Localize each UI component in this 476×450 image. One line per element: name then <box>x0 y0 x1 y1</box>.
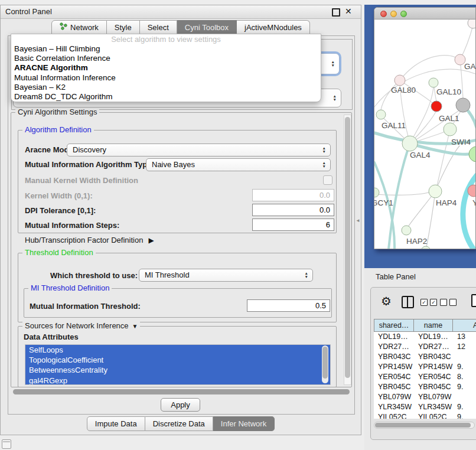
data-attributes-list[interactable]: SelfLoopsTopologicalCoefficientBetweenne… <box>25 344 331 385</box>
table-row[interactable]: YBL079WYBL079W <box>374 392 476 402</box>
splitter-collapse-icon[interactable]: ◄ <box>356 218 360 223</box>
cell: YIL052C <box>414 412 453 419</box>
select-all-checkboxes-icon[interactable]: ✓✓ <box>420 299 437 306</box>
cell: YBR043C <box>374 352 414 362</box>
column-header-a[interactable]: A <box>453 319 476 332</box>
minimized-panel-icon[interactable] <box>2 439 11 449</box>
algorithm-option-bayesian-hill-climbing[interactable]: Bayesian – Hill Climbing <box>11 44 321 54</box>
node-label: GAL10 <box>436 87 461 96</box>
kernel-width-label: Kernel Width (0,1): <box>25 191 93 200</box>
network-window-titlebar[interactable] <box>374 8 475 19</box>
network-node[interactable] <box>421 246 431 249</box>
dpi-tolerance-label: DPI Tolerance [0,1]: <box>25 206 96 215</box>
mac-close-button[interactable] <box>380 11 387 17</box>
attributes-scrollbar-thumb[interactable] <box>322 347 328 379</box>
algorithm-option-dream8-dc-tdc-algorithm[interactable]: Dream8 DC_TDC Algorithm <box>11 92 321 102</box>
settings-vertical-scrollbar-thumb[interactable] <box>345 117 350 378</box>
float-window-icon[interactable] <box>332 8 340 17</box>
algorithm-option-basic-correlation-inference[interactable]: Basic Correlation Inference <box>11 54 321 63</box>
cell: YER054C <box>374 372 414 382</box>
tab-discretize-data[interactable]: Discretize Data <box>145 416 213 431</box>
cell: 8. <box>453 372 476 382</box>
settings-horizontal-scrollbar-thumb[interactable] <box>13 389 350 394</box>
deselect-all-checkboxes-icon[interactable] <box>440 299 457 306</box>
mi-threshold-input[interactable]: 0.5 <box>247 299 330 312</box>
table-body: YDL19…YDL19…13YDR27…YDR27…12YBR043CYBR04… <box>374 332 476 419</box>
table-row[interactable]: YBR045CYBR045C9. <box>374 382 476 392</box>
network-node[interactable] <box>376 110 386 119</box>
tab-impute-data[interactable]: Impute Data <box>87 416 145 431</box>
columns-icon[interactable] <box>402 296 414 308</box>
cell: YBR045C <box>374 382 414 392</box>
table-horizontal-scrollbar-thumb[interactable] <box>375 423 471 428</box>
tab-infer-network[interactable]: Infer Network <box>213 416 275 431</box>
attribute-betweennesscentrality[interactable]: BetweennessCentrality <box>25 365 330 375</box>
attribute-topologicalcoefficient[interactable]: TopologicalCoefficient <box>25 355 330 365</box>
gear-icon[interactable]: ⚙ <box>381 294 392 308</box>
export-table-icon[interactable] <box>471 294 476 307</box>
table-row[interactable]: YIL052CYIL052C9. <box>374 412 476 419</box>
hub-definition-expander[interactable]: Hub/Transcription Factor Definition▶ <box>25 236 154 244</box>
network-node[interactable] <box>395 75 405 86</box>
mi-steps-label: Mutual Information Steps: <box>25 221 119 230</box>
algorithm-option-mutual-information-inference[interactable]: Mutual Information Inference <box>11 73 321 83</box>
table-row[interactable]: YER054CYER054C8. <box>374 372 476 382</box>
node-table[interactable]: shared…nameA YDL19…YDL19…13YDR27…YDR27…1… <box>374 319 476 419</box>
network-node[interactable] <box>456 98 470 112</box>
close-icon[interactable]: ✕ <box>345 6 352 16</box>
tab-label: Discretize Data <box>153 419 205 429</box>
mi-steps-input[interactable]: 6 <box>252 219 334 231</box>
cell: YPR145W <box>374 362 414 372</box>
table-row[interactable]: YBR043CYBR043C <box>374 352 476 362</box>
sources-title[interactable]: Sources for Network Inference▼ <box>22 321 140 331</box>
network-node[interactable] <box>468 19 475 28</box>
algorithm-definition-title: Algorithm Definition <box>22 125 94 134</box>
manual-kernel-label: Manual Kernel Width Definition <box>25 176 138 185</box>
attribute-selfloops[interactable]: SelfLoops <box>25 345 330 355</box>
network-node[interactable] <box>429 185 442 198</box>
algorithm-option-aracne-algorithm[interactable]: ARACNE Algorithm <box>11 63 321 73</box>
mac-minimize-button[interactable] <box>390 11 397 17</box>
node-label: GAL80 <box>391 86 416 94</box>
mi-type-value: Naive Bayes <box>152 160 195 169</box>
cell <box>453 352 476 362</box>
table-row[interactable]: YLR345WYLR345W9. <box>374 402 476 412</box>
aracne-mode-select[interactable]: Discovery ▲▼ <box>67 144 331 156</box>
manual-kernel-checkbox[interactable] <box>323 175 332 185</box>
cell <box>453 392 476 402</box>
network-node[interactable] <box>469 146 475 162</box>
which-threshold-select[interactable]: MI Threshold ▲▼ <box>139 269 313 282</box>
column-header-name[interactable]: name <box>414 319 453 332</box>
dpi-tolerance-input[interactable]: 0.0 <box>252 204 334 216</box>
network-node[interactable] <box>444 123 457 136</box>
network-node[interactable] <box>431 101 442 112</box>
algorithm-option-bayesian-k2[interactable]: Bayesian – K2 <box>11 83 321 92</box>
table-row[interactable]: YDL19…YDL19…13 <box>374 332 476 342</box>
mac-zoom-button[interactable] <box>400 11 407 17</box>
attribute-gal4rgexp[interactable]: gal4RGexp <box>25 376 330 385</box>
column-header-shared[interactable]: shared… <box>374 319 414 332</box>
network-node[interactable] <box>429 78 438 87</box>
network-view-window[interactable]: GAL7GAL80GAL10GAL1GAL11SWI4GAL4GCY1HAP4Y… <box>374 7 476 249</box>
network-node[interactable] <box>402 226 411 235</box>
network-edge <box>437 129 450 185</box>
node-label: GAL1 <box>439 114 459 123</box>
network-icon <box>60 22 67 33</box>
combo-arrows-icon: ▲▼ <box>331 60 335 67</box>
network-node[interactable] <box>374 188 379 197</box>
node-label: HAP4 <box>436 198 457 207</box>
apply-button[interactable]: Apply <box>161 398 200 412</box>
kernel-width-input[interactable]: 0.0 <box>252 189 334 201</box>
which-threshold-label: Which threshold to use: <box>50 271 138 280</box>
combo-arrows-icon: ▲▼ <box>305 272 308 279</box>
tab-label: Select <box>148 22 169 33</box>
table-row[interactable]: YDR27…YDR27…12 <box>374 342 476 352</box>
checked-box-icon: ✓ <box>420 299 428 306</box>
collapse-down-icon: ▼ <box>132 323 138 330</box>
which-threshold-value: MI Threshold <box>145 270 190 279</box>
network-canvas[interactable]: GAL7GAL80GAL10GAL1GAL11SWI4GAL4GCY1HAP4Y… <box>374 19 475 249</box>
mi-type-select[interactable]: Naive Bayes ▲▼ <box>146 158 331 171</box>
table-row[interactable]: YPR145WYPR145W9. <box>374 362 476 372</box>
network-node[interactable] <box>402 136 418 151</box>
unchecked-box-icon <box>449 299 457 306</box>
